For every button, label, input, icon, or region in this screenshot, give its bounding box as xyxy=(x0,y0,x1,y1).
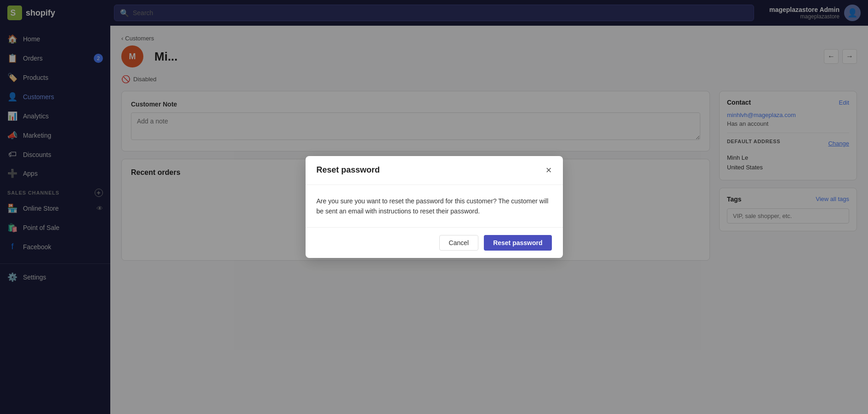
modal-overlay[interactable]: Reset password × Are you sure you want t… xyxy=(0,0,868,414)
reset-password-button[interactable]: Reset password xyxy=(484,235,551,251)
modal-body-text: Are you sure you want to reset the passw… xyxy=(317,196,552,217)
modal-body: Are you sure you want to reset the passw… xyxy=(306,185,563,228)
modal-title: Reset password xyxy=(317,165,380,175)
modal-close-button[interactable]: × xyxy=(546,165,552,175)
cancel-button[interactable]: Cancel xyxy=(439,235,479,251)
modal-footer: Cancel Reset password xyxy=(306,227,563,258)
modal-header: Reset password × xyxy=(306,156,563,185)
reset-password-modal: Reset password × Are you sure you want t… xyxy=(306,156,563,258)
